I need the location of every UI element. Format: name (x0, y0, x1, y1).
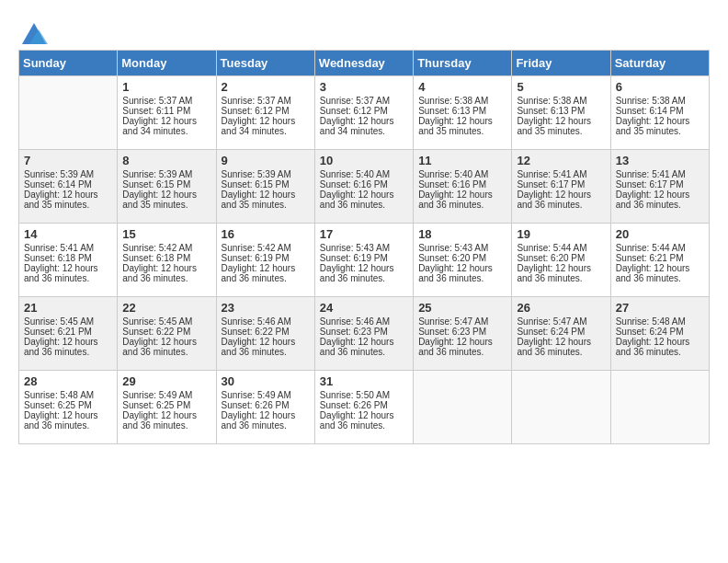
calendar-day-cell: 25Sunrise: 5:47 AMSunset: 6:23 PMDayligh… (414, 297, 512, 371)
sunrise-text: Sunrise: 5:40 AM (320, 169, 408, 179)
day-number: 6 (616, 80, 704, 94)
sunset-text: Sunset: 6:20 PM (517, 253, 605, 263)
sunrise-text: Sunrise: 5:39 AM (24, 169, 112, 179)
day-header-thursday: Thursday (414, 51, 512, 76)
daylight-text: Daylight: 12 hours and 36 minutes. (24, 410, 112, 431)
daylight-text: Daylight: 12 hours and 36 minutes. (616, 263, 704, 283)
calendar-day-cell: 27Sunrise: 5:48 AMSunset: 6:24 PMDayligh… (610, 297, 709, 371)
sunset-text: Sunset: 6:23 PM (320, 327, 408, 337)
day-number: 7 (24, 154, 112, 167)
calendar-day-cell (414, 371, 512, 444)
sunset-text: Sunset: 6:12 PM (320, 106, 408, 116)
calendar-day-cell: 6Sunrise: 5:38 AMSunset: 6:14 PMDaylight… (610, 76, 709, 150)
calendar-day-cell: 17Sunrise: 5:43 AMSunset: 6:19 PMDayligh… (314, 224, 413, 297)
calendar-day-cell: 23Sunrise: 5:46 AMSunset: 6:22 PMDayligh… (216, 297, 314, 371)
calendar-day-cell: 13Sunrise: 5:41 AMSunset: 6:17 PMDayligh… (610, 150, 709, 224)
calendar-day-cell: 10Sunrise: 5:40 AMSunset: 6:16 PMDayligh… (314, 150, 413, 224)
sunrise-text: Sunrise: 5:47 AM (517, 316, 605, 327)
sunrise-text: Sunrise: 5:37 AM (122, 96, 210, 106)
sunset-text: Sunset: 6:19 PM (320, 253, 408, 263)
daylight-text: Daylight: 12 hours and 35 minutes. (418, 116, 506, 136)
sunrise-text: Sunrise: 5:44 AM (616, 243, 704, 253)
calendar-day-cell: 7Sunrise: 5:39 AMSunset: 6:14 PMDaylight… (19, 150, 118, 224)
sunset-text: Sunset: 6:24 PM (517, 327, 605, 337)
calendar-day-cell: 1Sunrise: 5:37 AMSunset: 6:11 PMDaylight… (118, 76, 216, 150)
calendar-day-cell: 12Sunrise: 5:41 AMSunset: 6:17 PMDayligh… (512, 150, 610, 224)
sunrise-text: Sunrise: 5:38 AM (616, 96, 704, 106)
sunset-text: Sunset: 6:19 PM (222, 253, 310, 263)
day-number: 23 (222, 301, 310, 315)
calendar-day-cell: 9Sunrise: 5:39 AMSunset: 6:15 PMDaylight… (216, 150, 314, 224)
sunrise-text: Sunrise: 5:42 AM (222, 243, 310, 253)
day-number: 9 (222, 154, 310, 167)
calendar-day-cell: 18Sunrise: 5:43 AMSunset: 6:20 PMDayligh… (414, 224, 512, 297)
day-number: 29 (122, 374, 210, 388)
sunset-text: Sunset: 6:25 PM (122, 400, 210, 410)
calendar-header-row: SundayMondayTuesdayWednesdayThursdayFrid… (19, 51, 710, 76)
day-header-saturday: Saturday (610, 51, 709, 76)
day-number: 17 (320, 227, 408, 241)
calendar-day-cell: 20Sunrise: 5:44 AMSunset: 6:21 PMDayligh… (610, 224, 709, 297)
daylight-text: Daylight: 12 hours and 36 minutes. (320, 190, 408, 210)
sunset-text: Sunset: 6:22 PM (122, 327, 210, 337)
day-number: 2 (222, 80, 310, 94)
sunset-text: Sunset: 6:13 PM (517, 106, 605, 116)
calendar-day-cell: 14Sunrise: 5:41 AMSunset: 6:18 PMDayligh… (19, 224, 118, 297)
sunrise-text: Sunrise: 5:43 AM (320, 243, 408, 253)
calendar-day-cell: 31Sunrise: 5:50 AMSunset: 6:26 PMDayligh… (314, 371, 413, 444)
sunset-text: Sunset: 6:16 PM (320, 179, 408, 190)
sunrise-text: Sunrise: 5:48 AM (616, 316, 704, 327)
day-number: 19 (517, 227, 605, 241)
sunset-text: Sunset: 6:26 PM (222, 400, 310, 410)
calendar-day-cell: 16Sunrise: 5:42 AMSunset: 6:19 PMDayligh… (216, 224, 314, 297)
day-header-tuesday: Tuesday (216, 51, 314, 76)
daylight-text: Daylight: 12 hours and 36 minutes. (418, 337, 506, 357)
day-number: 22 (122, 301, 210, 315)
day-number: 15 (122, 227, 210, 241)
daylight-text: Daylight: 12 hours and 36 minutes. (222, 263, 310, 283)
calendar-day-cell: 2Sunrise: 5:37 AMSunset: 6:12 PMDaylight… (216, 76, 314, 150)
day-number: 25 (418, 301, 506, 315)
calendar-day-cell: 24Sunrise: 5:46 AMSunset: 6:23 PMDayligh… (314, 297, 413, 371)
day-number: 26 (517, 301, 605, 315)
calendar-week-row: 28Sunrise: 5:48 AMSunset: 6:25 PMDayligh… (19, 371, 710, 444)
sunset-text: Sunset: 6:18 PM (122, 253, 210, 263)
daylight-text: Daylight: 12 hours and 34 minutes. (222, 116, 310, 136)
daylight-text: Daylight: 12 hours and 36 minutes. (320, 337, 408, 357)
daylight-text: Daylight: 12 hours and 34 minutes. (122, 116, 210, 136)
daylight-text: Daylight: 12 hours and 36 minutes. (122, 337, 210, 357)
day-header-friday: Friday (512, 51, 610, 76)
sunrise-text: Sunrise: 5:48 AM (24, 390, 112, 400)
calendar-day-cell (512, 371, 610, 444)
day-header-sunday: Sunday (19, 51, 118, 76)
day-number: 1 (122, 80, 210, 94)
daylight-text: Daylight: 12 hours and 36 minutes. (418, 263, 506, 283)
day-number: 27 (616, 301, 704, 315)
daylight-text: Daylight: 12 hours and 36 minutes. (616, 337, 704, 357)
sunrise-text: Sunrise: 5:38 AM (418, 96, 506, 106)
day-number: 21 (24, 301, 112, 315)
sunset-text: Sunset: 6:24 PM (616, 327, 704, 337)
calendar-day-cell: 22Sunrise: 5:45 AMSunset: 6:22 PMDayligh… (118, 297, 216, 371)
sunset-text: Sunset: 6:17 PM (517, 179, 605, 190)
sunset-text: Sunset: 6:22 PM (222, 327, 310, 337)
sunset-text: Sunset: 6:14 PM (616, 106, 704, 116)
calendar-day-cell: 15Sunrise: 5:42 AMSunset: 6:18 PMDayligh… (118, 224, 216, 297)
page-header (18, 18, 710, 40)
sunrise-text: Sunrise: 5:40 AM (418, 169, 506, 179)
sunrise-text: Sunrise: 5:44 AM (517, 243, 605, 253)
sunset-text: Sunset: 6:15 PM (122, 179, 210, 190)
sunset-text: Sunset: 6:20 PM (418, 253, 506, 263)
calendar-day-cell (610, 371, 709, 444)
daylight-text: Daylight: 12 hours and 36 minutes. (24, 337, 112, 357)
sunrise-text: Sunrise: 5:49 AM (222, 390, 310, 400)
daylight-text: Daylight: 12 hours and 35 minutes. (24, 190, 112, 210)
calendar-day-cell: 8Sunrise: 5:39 AMSunset: 6:15 PMDaylight… (118, 150, 216, 224)
sunrise-text: Sunrise: 5:46 AM (222, 316, 310, 327)
calendar-day-cell: 19Sunrise: 5:44 AMSunset: 6:20 PMDayligh… (512, 224, 610, 297)
day-number: 13 (616, 154, 704, 167)
daylight-text: Daylight: 12 hours and 36 minutes. (616, 190, 704, 210)
daylight-text: Daylight: 12 hours and 36 minutes. (222, 337, 310, 357)
day-number: 24 (320, 301, 408, 315)
daylight-text: Daylight: 12 hours and 36 minutes. (222, 410, 310, 431)
